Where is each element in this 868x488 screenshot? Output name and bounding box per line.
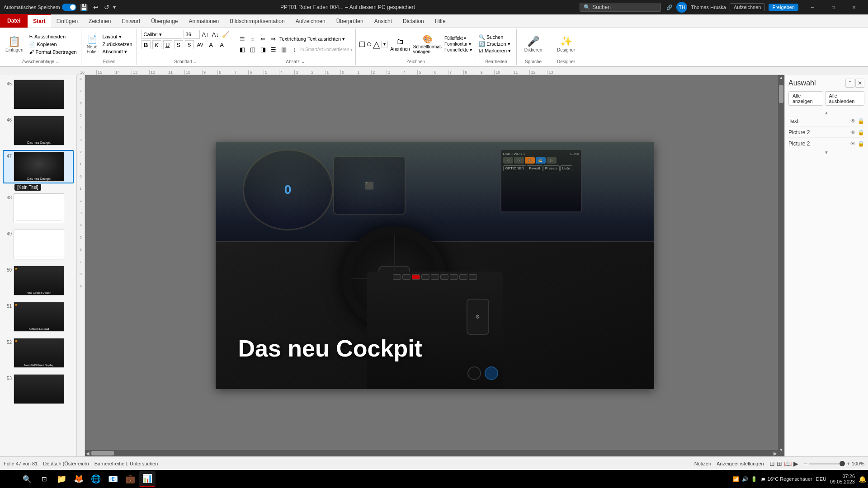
font-color-btn[interactable]: A: [207, 40, 216, 49]
tab-entwurf[interactable]: Entwurf: [116, 14, 146, 28]
normal-view-btn[interactable]: ⊡: [769, 460, 775, 467]
battery-icon[interactable]: 🔋: [751, 476, 757, 482]
replace-btn[interactable]: 🔄 Ersetzen ▾: [479, 41, 511, 47]
scroll-up-arrow[interactable]: ▲: [788, 110, 864, 115]
anordnen-btn[interactable]: 🗂 Anordnen: [389, 36, 410, 52]
designer-btn[interactable]: ✨ Designer: [554, 35, 578, 53]
formkontur-btn[interactable]: Formkontur ▾: [444, 42, 472, 47]
hide-all-btn[interactable]: Alle ausblenden: [825, 91, 864, 106]
maximize-btn[interactable]: □: [823, 0, 844, 14]
record-btn[interactable]: Aufzeichnen: [730, 3, 765, 11]
char-spacing-btn[interactable]: AV: [196, 40, 205, 49]
quick-save-btn[interactable]: 💾: [78, 3, 90, 12]
slide-thumb-46[interactable]: 46 Das neu Cockpit: [3, 114, 74, 147]
outlook-btn[interactable]: 📧: [105, 471, 121, 487]
shapes-btn[interactable]: □: [359, 39, 365, 49]
teams-btn[interactable]: 💼: [122, 471, 138, 487]
arrange-btn[interactable]: △: [373, 39, 380, 50]
zoom-in-btn[interactable]: +: [847, 461, 849, 466]
scrollbar-vertical[interactable]: ▲ ▼: [778, 75, 784, 456]
col-btn[interactable]: ▥: [279, 45, 288, 54]
indent-more-btn[interactable]: ⇒: [269, 34, 278, 43]
slide-thumb-50[interactable]: 50 New Cockpit Design ★: [3, 264, 74, 297]
search-box[interactable]: 🔍 Suchen: [580, 3, 661, 12]
item-text-lock-icon[interactable]: 🔒: [858, 118, 864, 124]
highlight-btn[interactable]: A: [217, 40, 226, 49]
minimize-btn[interactable]: ─: [802, 0, 823, 14]
file-tab[interactable]: Datei: [0, 14, 28, 28]
tab-aufzeichnen[interactable]: Aufzeichnen: [290, 14, 331, 28]
slide-thumb-48[interactable]: 48: [3, 192, 74, 225]
tab-ueberpruefen[interactable]: Überprüfen: [331, 14, 369, 28]
fulleffekt-btn[interactable]: Fülleffekt ▾: [444, 36, 472, 41]
formeffekte-btn[interactable]: Formeffekte ▾: [444, 47, 472, 52]
smartart-btn[interactable]: In SmartArt konvertieren ▾: [300, 47, 353, 52]
cut-btn[interactable]: ✂ Ausschneiden: [28, 33, 78, 40]
diktieren-btn[interactable]: 🎤 Diktieren: [522, 35, 545, 53]
copy-btn[interactable]: 📄 Kopieren: [28, 41, 78, 48]
indent-less-btn[interactable]: ⇐: [259, 34, 268, 43]
search-taskbar-btn[interactable]: 🔍: [19, 471, 35, 487]
schnellformate-btn[interactable]: 🎨 Schnellformat-vorlagen: [412, 33, 443, 55]
item-picture2b-lock-icon[interactable]: 🔒: [858, 141, 864, 147]
paste-btn[interactable]: 📋 Einfügen: [3, 35, 26, 53]
tab-ansicht[interactable]: Ansicht: [369, 14, 397, 28]
task-view-btn[interactable]: ⊡: [36, 471, 52, 487]
layout-btn[interactable]: Layout ▾: [101, 33, 134, 40]
firefox-btn[interactable]: 🦊: [71, 471, 87, 487]
canvas-area[interactable]: 0 ⬛ DAB • WDR 2 11:45: [85, 75, 784, 456]
tab-dictation[interactable]: Dictation: [397, 14, 429, 28]
tab-einfuegen[interactable]: Einfügen: [51, 14, 83, 28]
font-name-select[interactable]: Calibri ▾: [142, 30, 182, 39]
align-right-btn[interactable]: ◨: [259, 45, 268, 54]
align-left-btn[interactable]: ◧: [238, 45, 247, 54]
quick-redo-btn[interactable]: ↺: [102, 3, 111, 12]
scrollbar-horizontal[interactable]: ◀ ▶: [85, 450, 778, 456]
chrome-btn[interactable]: 🌐: [88, 471, 104, 487]
format-copy-btn[interactable]: 🖌 Format übertragen: [28, 49, 78, 55]
share-btn2[interactable]: Freigeben: [769, 4, 798, 11]
zoom-slider[interactable]: [809, 463, 845, 465]
select-btn[interactable]: ☑ Markieren ▾: [479, 48, 511, 54]
text-direction-btn[interactable]: Textrichtung: [279, 36, 306, 42]
weather-widget[interactable]: 🌧 16°C Regenschauer: [761, 476, 812, 482]
item-picture2b-visible-icon[interactable]: 👁: [850, 141, 856, 147]
slide-thumb-47[interactable]: 47 Das neu Cockpit [Kein Titel]: [3, 150, 74, 183]
slide-thumb-45[interactable]: 45: [3, 78, 74, 111]
slide-thumb-52[interactable]: 52 New GMD Front Display ★: [3, 336, 74, 370]
slide-thumb-53[interactable]: 53: [3, 372, 74, 406]
item-text-visible-icon[interactable]: 👁: [850, 118, 856, 124]
tab-start[interactable]: Start: [28, 14, 51, 28]
accessibility-btn[interactable]: Barrierefreiheit: Untersuchen: [94, 461, 158, 466]
slideshow-btn[interactable]: ▶: [793, 460, 798, 467]
bold-btn[interactable]: B: [142, 40, 151, 49]
shadow-btn[interactable]: S: [185, 40, 194, 49]
font-size-select[interactable]: 36: [184, 30, 200, 39]
show-all-btn[interactable]: Alle anzeigen: [788, 91, 823, 106]
quick-undo-btn[interactable]: ↩: [91, 3, 100, 12]
zoom-level[interactable]: 100%: [852, 461, 864, 466]
powerpoint-taskbar-btn[interactable]: 📊: [139, 471, 156, 487]
language-indicator[interactable]: Deutsch (Österreich): [43, 461, 89, 466]
panel-close-btn[interactable]: ✕: [855, 79, 864, 88]
reading-view-btn[interactable]: 📖: [784, 460, 792, 467]
new-slide-btn[interactable]: 📄 NeueFolie: [85, 33, 99, 55]
slide-sorter-btn[interactable]: ⊞: [777, 460, 782, 467]
volume-icon[interactable]: 🔊: [742, 476, 748, 482]
align-center-btn[interactable]: ◫: [248, 45, 257, 54]
italic-btn[interactable]: K: [152, 40, 161, 49]
start-btn[interactable]: ⊞: [2, 471, 18, 487]
strikethrough-btn[interactable]: S: [174, 40, 183, 49]
list-numbers-btn[interactable]: ≡: [248, 34, 257, 43]
section-btn[interactable]: Abschnitt ▾: [101, 48, 134, 55]
tab-zeichnen[interactable]: Zeichnen: [83, 14, 116, 28]
slide-thumb-51[interactable]: 51 Achteck Lenkrad ★: [3, 300, 74, 333]
close-btn[interactable]: ✕: [844, 0, 864, 14]
scroll-down-arrow[interactable]: ▼: [788, 150, 864, 155]
tab-bildschirmpraesentaion[interactable]: Bildschirmpräsentation: [224, 14, 290, 28]
list-bullets-btn[interactable]: ☰: [238, 34, 247, 43]
user-avatar[interactable]: TH: [676, 2, 687, 13]
search-btn[interactable]: 🔍 Suchen: [479, 34, 511, 40]
zoom-out-btn[interactable]: ─: [804, 461, 807, 466]
tab-uebergaenge[interactable]: Übergänge: [146, 14, 183, 28]
